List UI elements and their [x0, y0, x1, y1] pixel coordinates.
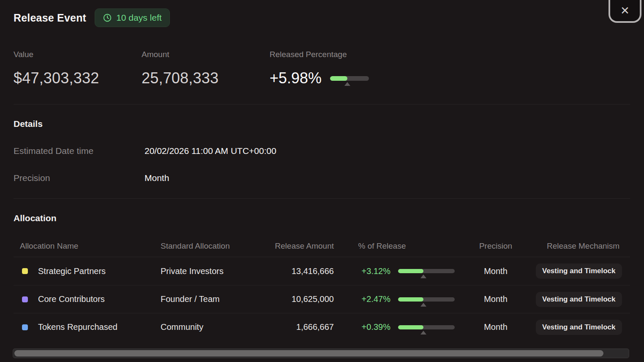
row-precision: Month: [456, 322, 536, 332]
progress-marker-icon: [420, 274, 426, 278]
row-progress-bar: [398, 269, 455, 273]
detail-row-estimated-date: Estimated Date time 20/02/2026 11:00 AM …: [14, 146, 630, 156]
stat-released-value: +5.98%: [270, 69, 322, 87]
col-standard-allocation: Standard Allocation: [161, 241, 262, 251]
stat-value: Value $47,303,332: [14, 50, 142, 87]
progress-fill: [398, 297, 423, 302]
row-precision: Month: [456, 294, 536, 304]
row-progress-bar: [398, 297, 455, 302]
allocation-color-dot: [22, 324, 28, 330]
release-event-modal: Release Event 10 days left ✕ Value $47,3…: [0, 0, 644, 362]
release-mechanism-badge: Vesting and Timelock: [536, 320, 622, 335]
divider: [14, 198, 630, 199]
col-allocation-name: Allocation Name: [14, 241, 161, 251]
progress-fill: [398, 325, 423, 329]
stat-amount-value: 25,708,333: [142, 69, 270, 87]
countdown-badge: 10 days left: [95, 8, 169, 27]
row-progress-bar: [398, 325, 455, 329]
release-mechanism-badge: Vesting and Timelock: [536, 292, 622, 307]
table-row[interactable]: Tokens Repurchased Community 1,666,667 +…: [14, 313, 630, 341]
col-release-mechanism: Release Mechanism: [536, 241, 630, 251]
standard-allocation: Founder / Team: [161, 294, 262, 304]
allocation-heading: Allocation: [14, 213, 630, 223]
close-icon: ✕: [620, 5, 630, 16]
countdown-label: 10 days left: [116, 13, 161, 23]
stat-value-label: Value: [14, 50, 142, 59]
progress-track: [330, 76, 369, 81]
col-release-amount: Release Amount: [262, 241, 334, 251]
estimated-date-label: Estimated Date time: [14, 146, 145, 156]
stat-released-percentage: Released Percentage +5.98%: [270, 50, 369, 87]
divider: [14, 104, 630, 104]
progress-marker-icon: [344, 82, 350, 86]
close-button[interactable]: ✕: [610, 0, 640, 21]
release-amount: 13,416,666: [262, 266, 334, 276]
release-amount: 10,625,000: [262, 294, 334, 304]
stat-amount-label: Amount: [142, 50, 270, 59]
horizontal-scrollbar[interactable]: [13, 348, 629, 358]
stat-released-label: Released Percentage: [270, 50, 369, 59]
table-row[interactable]: Core Contributors Founder / Team 10,625,…: [14, 285, 630, 313]
standard-allocation: Community: [161, 322, 262, 332]
pct-of-release: +2.47%: [334, 294, 390, 304]
clock-icon: [103, 13, 112, 22]
stat-amount: Amount 25,708,333: [142, 50, 270, 87]
progress-marker-icon: [420, 303, 426, 307]
detail-row-precision: Precision Month: [14, 173, 630, 183]
details-heading: Details: [14, 119, 630, 129]
stat-value-amount: $47,303,332: [14, 69, 142, 87]
col-pct-of-release: % of Release: [334, 241, 456, 251]
progress-fill: [330, 76, 347, 81]
row-precision: Month: [456, 266, 536, 276]
progress-track: [398, 297, 455, 302]
stats-row: Value $47,303,332 Amount 25,708,333 Rele…: [14, 50, 630, 87]
pct-of-release: +0.39%: [334, 322, 390, 332]
pct-of-release: +3.12%: [334, 266, 390, 276]
standard-allocation: Private Investors: [161, 266, 262, 276]
allocation-name: Tokens Repurchased: [38, 322, 117, 332]
allocation-table: Allocation Name Standard Allocation Rele…: [14, 235, 630, 341]
allocation-name: Strategic Partners: [38, 266, 106, 276]
allocation-color-dot: [22, 296, 28, 302]
table-header-row: Allocation Name Standard Allocation Rele…: [14, 235, 630, 257]
col-precision: Precision: [456, 241, 536, 251]
release-amount: 1,666,667: [262, 322, 334, 332]
table-row[interactable]: Strategic Partners Private Investors 13,…: [14, 257, 630, 285]
released-progress-bar: [330, 76, 369, 81]
release-mechanism-badge: Vesting and Timelock: [536, 263, 622, 279]
progress-track: [398, 269, 455, 273]
page-title: Release Event: [14, 12, 86, 24]
progress-track: [398, 325, 455, 329]
scrollbar-thumb[interactable]: [14, 350, 603, 357]
modal-header: Release Event 10 days left: [14, 8, 630, 27]
progress-fill: [398, 269, 423, 273]
allocation-name: Core Contributors: [38, 294, 105, 304]
precision-label: Precision: [14, 173, 145, 183]
estimated-date-value: 20/02/2026 11:00 AM UTC+00:00: [145, 146, 276, 156]
allocation-color-dot: [22, 268, 28, 274]
precision-value: Month: [145, 173, 169, 183]
progress-marker-icon: [420, 331, 426, 335]
